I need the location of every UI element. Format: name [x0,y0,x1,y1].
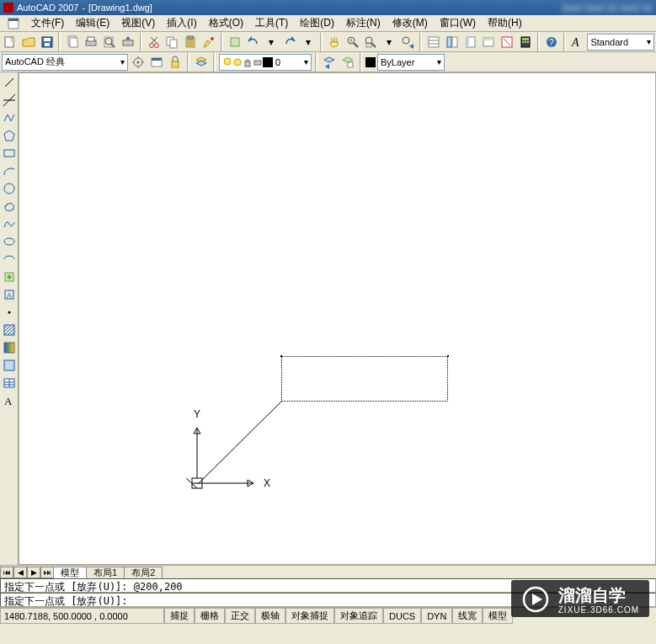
menu-tools[interactable]: 工具(T) [251,14,292,32]
properties-button[interactable] [425,34,442,51]
lwt-toggle[interactable]: 线宽 [452,608,483,624]
grid-toggle[interactable]: 栅格 [195,608,225,624]
rectangle-tool[interactable] [2,146,17,161]
workspace-dropdown[interactable]: AutoCAD 经典 ▾ [2,54,128,71]
calc-button[interactable] [517,34,534,51]
cut-button[interactable] [146,34,163,51]
table-tool[interactable] [2,375,17,391]
watermark-brand: 溜溜自学 [558,586,626,604]
open-button[interactable] [20,34,37,51]
zoom-dropdown[interactable]: ▾ [381,34,397,51]
circle-tool[interactable] [2,181,17,196]
my-workspace-button[interactable] [148,54,165,71]
svg-point-80 [4,238,14,245]
ellipse-arc-tool[interactable] [2,252,17,267]
polygon-tool[interactable] [2,128,17,143]
design-center-button[interactable] [444,34,461,51]
menu-insert[interactable]: 插入(I) [163,14,200,32]
polar-toggle[interactable]: 极轴 [255,608,285,624]
drawing-canvas[interactable]: X Y [19,72,656,565]
lock-icon [243,57,253,67]
mtext-tool[interactable]: A [2,393,17,408]
textstyle-dropdown[interactable]: Standard ▾ [587,34,653,51]
menu-file[interactable]: 文件(F) [27,14,68,32]
polyline-tool[interactable] [2,110,17,125]
arc-tool[interactable] [2,163,17,178]
ortho-toggle[interactable]: 正交 [225,608,255,624]
hatch-tool[interactable] [2,322,17,338]
region-tool[interactable] [2,358,17,373]
zoom-realtime-button[interactable]: ± [344,34,361,51]
help-button[interactable]: ? [543,34,560,51]
preview-button[interactable] [101,34,118,51]
linetype-dropdown[interactable]: ByLayer ▾ [377,54,445,71]
zoom-window-button[interactable] [363,34,380,51]
revcloud-tool[interactable] [2,199,17,214]
menu-view[interactable]: 视图(V) [117,14,159,32]
redo-button[interactable] [281,34,298,51]
sheetset-button[interactable] [64,34,81,51]
pan-button[interactable] [326,34,343,51]
svg-rect-39 [447,37,451,47]
paste-button[interactable] [182,34,199,51]
tab-last-button[interactable]: ⏭ [40,567,54,578]
spline-tool[interactable] [2,216,17,232]
redo-dropdown[interactable]: ▾ [300,34,317,51]
svg-rect-93 [4,360,14,370]
insert-block-tool[interactable] [2,269,17,285]
plot-button[interactable] [83,34,99,51]
play-icon [521,585,550,614]
save-button[interactable] [39,34,56,51]
tab-layout2[interactable]: 布局2 [125,567,163,578]
menu-help[interactable]: 帮助(H) [483,14,526,32]
menu-edit[interactable]: 编辑(E) [72,14,114,32]
workspace-settings-button[interactable] [130,54,147,71]
markup-button[interactable] [499,34,515,51]
copy-button[interactable] [163,34,180,51]
matchprop-button[interactable] [200,34,217,51]
ellipse-tool[interactable] [2,234,17,249]
lock-toolbar-button[interactable] [167,54,184,71]
publish-button[interactable] [120,34,136,51]
layer-previous-button[interactable] [321,54,338,71]
svg-rect-69 [254,61,261,65]
tab-next-button[interactable]: ▶ [27,567,40,578]
osnap-toggle[interactable]: 对象捕捉 [285,608,334,624]
sheet-set-button[interactable] [480,34,497,51]
menu-dimension[interactable]: 标注(N) [342,14,385,32]
point-tool[interactable] [2,305,17,320]
menu-draw[interactable]: 绘图(D) [296,14,339,32]
svg-rect-27 [231,38,239,46]
menu-window[interactable]: 窗口(W) [435,14,480,32]
layer-dropdown[interactable]: 0 ▾ [219,54,312,71]
undo-dropdown[interactable]: ▾ [264,34,280,51]
svg-point-85 [8,311,10,314]
layer-state-button[interactable] [339,54,356,71]
tool-palettes-button[interactable] [462,34,479,51]
layer-manager-button[interactable] [193,54,210,71]
ducs-toggle[interactable]: DUCS [383,608,421,624]
textstyle-button[interactable]: A [569,34,586,51]
gradient-tool[interactable] [2,340,17,355]
svg-point-34 [403,37,409,44]
tab-prev-button[interactable]: ◀ [13,567,27,578]
xline-tool[interactable] [2,93,17,108]
tab-model[interactable]: 模型 [54,567,87,578]
snap-toggle[interactable]: 捕捉 [164,608,195,624]
tab-layout1[interactable]: 布局1 [87,567,125,578]
tab-first-button[interactable]: ⏮ [0,567,13,578]
line-tool[interactable] [2,75,17,90]
svg-rect-78 [4,150,14,157]
menu-format[interactable]: 格式(O) [205,14,248,32]
make-block-tool[interactable]: A [2,287,17,302]
model-toggle[interactable]: 模型 [483,608,513,624]
blockeditor-button[interactable] [227,34,243,51]
dyn-toggle[interactable]: DYN [421,608,452,624]
zoom-previous-button[interactable] [399,34,416,51]
undo-button[interactable] [245,34,262,51]
otrack-toggle[interactable]: 对象追踪 [334,608,383,624]
new-button[interactable] [2,34,19,51]
svg-rect-68 [245,61,250,67]
color-swatch[interactable] [365,57,376,67]
menu-modify[interactable]: 修改(M) [388,14,432,32]
